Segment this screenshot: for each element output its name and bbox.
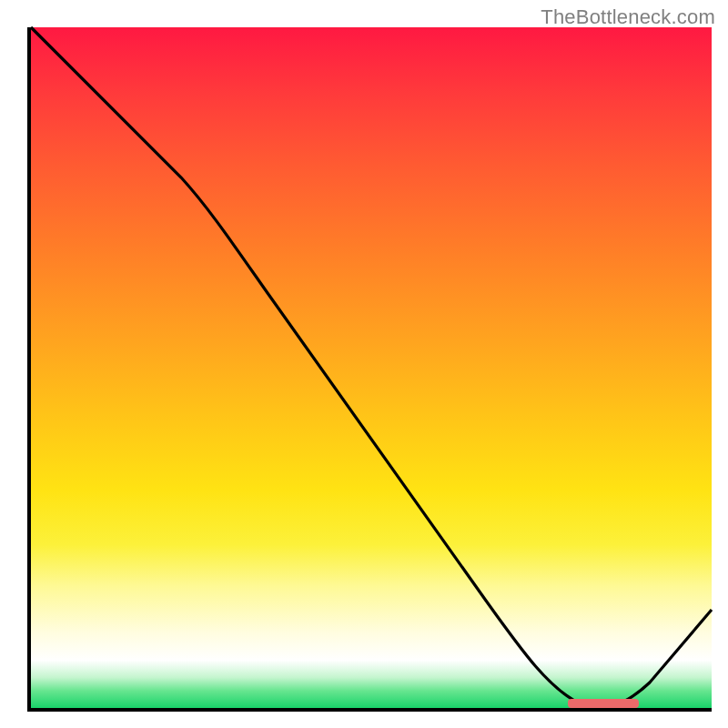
chart-axes (27, 27, 712, 712)
chart-container: TheBottleneck.com (0, 0, 728, 728)
watermark-text: TheBottleneck.com (541, 5, 715, 29)
